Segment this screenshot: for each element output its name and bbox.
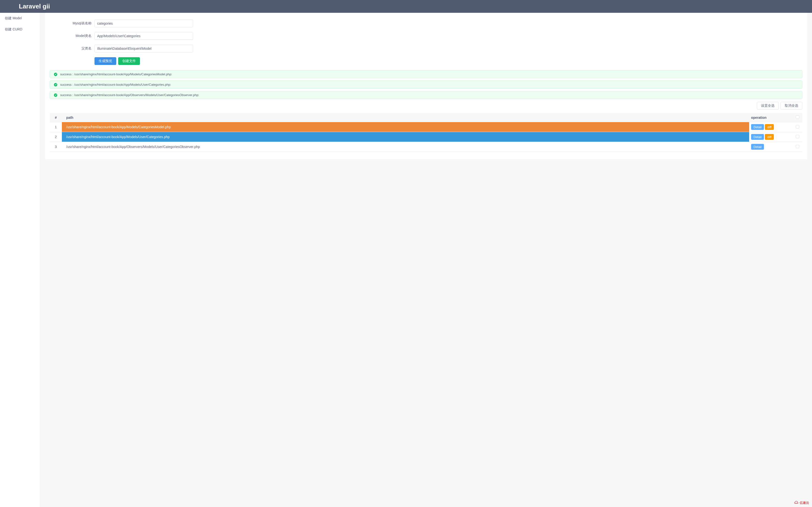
row-path: /usr/share/nginx/html/account-book/App/M… xyxy=(62,122,749,132)
detail-button[interactable]: Detail xyxy=(751,124,764,130)
alert-message: success : /usr/share/nginx/html/account-… xyxy=(60,72,172,76)
detail-button[interactable]: Detail xyxy=(751,144,764,150)
row-checkbox[interactable] xyxy=(796,125,799,128)
preview-button[interactable]: 生成预览 xyxy=(95,57,116,65)
detail-button[interactable]: Detail xyxy=(751,134,764,140)
row-path: /usr/share/nginx/html/account-book/App/O… xyxy=(62,142,749,152)
sidebar: 创建 Model 创建 CURD xyxy=(0,13,40,507)
alert-success: success : /usr/share/nginx/html/account-… xyxy=(50,91,802,99)
row-number: 1 xyxy=(50,122,62,132)
table-name-input[interactable] xyxy=(95,19,193,27)
form-row-parent: 父类名 xyxy=(50,45,238,52)
row-check-cell xyxy=(793,122,802,132)
watermark-label: 亿速云 xyxy=(800,501,809,505)
watermark: 亿速云 xyxy=(794,501,809,505)
row-operation: Detaildiff xyxy=(749,122,793,132)
deselect-all-button[interactable]: 取消全选 xyxy=(780,102,802,110)
col-header-check xyxy=(793,113,802,122)
form-area: Mysql表名称 Model类名 父类名 生成预览 创建文件 xyxy=(50,18,238,65)
model-class-label: Model类名 xyxy=(50,34,95,38)
table-row: 2/usr/share/nginx/html/account-book/App/… xyxy=(50,132,802,142)
table-header-row: # path operation xyxy=(50,113,802,122)
sidebar-item-label: 创建 CURD xyxy=(5,27,22,31)
svg-point-1 xyxy=(797,503,797,504)
table-row: 1/usr/share/nginx/html/account-book/App/… xyxy=(50,122,802,132)
col-header-path: path xyxy=(62,113,749,122)
row-check-cell xyxy=(793,132,802,142)
row-checkbox[interactable] xyxy=(796,135,799,138)
col-header-num: # xyxy=(50,113,62,122)
svg-point-0 xyxy=(795,503,796,504)
sidebar-item-curd[interactable]: 创建 CURD xyxy=(0,24,40,35)
files-table: # path operation 1/usr/share/nginx/html/… xyxy=(50,113,802,152)
row-operation: Detaildiff xyxy=(749,132,793,142)
row-check-cell xyxy=(793,142,802,152)
sidebar-item-label: 创建 Model xyxy=(5,16,22,20)
diff-button[interactable]: diff xyxy=(765,124,774,130)
row-path-cell: /usr/share/nginx/html/account-book/App/M… xyxy=(62,122,749,132)
model-class-input[interactable] xyxy=(95,32,193,40)
form-row-model: Model类名 xyxy=(50,32,238,40)
select-all-button[interactable]: 设置全选 xyxy=(757,102,779,110)
header: Laravel gii xyxy=(0,0,812,13)
form-row-table: Mysql表名称 xyxy=(50,19,238,27)
check-circle-icon xyxy=(54,73,57,76)
alert-success: success : /usr/share/nginx/html/account-… xyxy=(50,80,802,89)
main: Mysql表名称 Model类名 父类名 生成预览 创建文件 xyxy=(40,13,812,507)
table-name-label: Mysql表名称 xyxy=(50,21,95,25)
alert-message: success : /usr/share/nginx/html/account-… xyxy=(60,83,171,87)
row-path: /usr/share/nginx/html/account-book/App/M… xyxy=(62,132,749,142)
button-row: 生成预览 创建文件 xyxy=(50,57,238,65)
parent-class-input[interactable] xyxy=(95,45,193,52)
select-all-checkbox[interactable] xyxy=(796,115,799,119)
row-path-cell: /usr/share/nginx/html/account-book/App/O… xyxy=(62,142,749,152)
table-actions: 设置全选 取消全选 xyxy=(50,102,802,110)
check-circle-icon xyxy=(54,83,57,87)
alerts-container: success : /usr/share/nginx/html/account-… xyxy=(50,70,802,99)
col-header-operation: operation xyxy=(749,113,793,122)
alert-message: success : /usr/share/nginx/html/account-… xyxy=(60,93,199,97)
row-operation: Detail xyxy=(749,142,793,152)
row-checkbox[interactable] xyxy=(796,145,799,148)
parent-class-label: 父类名 xyxy=(50,46,95,51)
row-number: 3 xyxy=(50,142,62,152)
table-row: 3/usr/share/nginx/html/account-book/App/… xyxy=(50,142,802,152)
header-title: Laravel gii xyxy=(19,3,50,10)
layout: 创建 Model 创建 CURD Mysql表名称 Model类名 父类名 xyxy=(0,13,812,507)
create-file-button[interactable]: 创建文件 xyxy=(118,57,140,65)
diff-button[interactable]: diff xyxy=(765,134,774,140)
row-number: 2 xyxy=(50,132,62,142)
alert-success: success : /usr/share/nginx/html/account-… xyxy=(50,70,802,78)
content-box: Mysql表名称 Model类名 父类名 生成预览 创建文件 xyxy=(45,13,807,159)
row-path-cell: /usr/share/nginx/html/account-book/App/M… xyxy=(62,132,749,142)
cloud-icon xyxy=(794,501,799,505)
check-circle-icon xyxy=(54,94,57,97)
sidebar-item-model[interactable]: 创建 Model xyxy=(0,13,40,24)
